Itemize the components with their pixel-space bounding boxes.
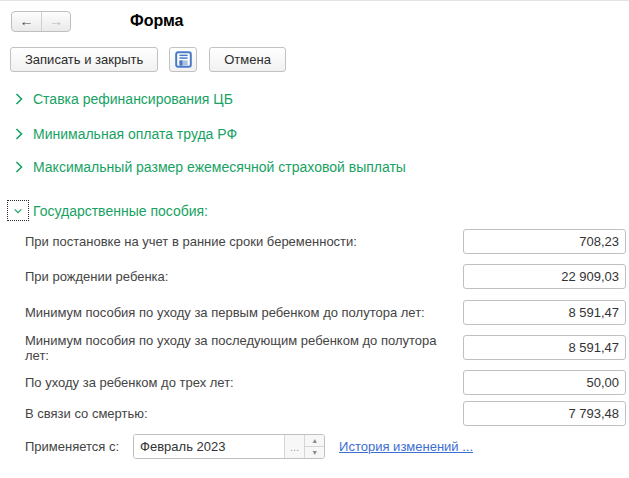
nav-history-group: ← → [11, 11, 71, 32]
amount-input-next-child-care[interactable] [463, 335, 626, 360]
amount-input-child-birth[interactable] [463, 264, 626, 289]
chevron-right-icon [15, 128, 23, 140]
focus-outline [7, 200, 29, 221]
titlebar: ← → Форма [0, 1, 629, 32]
date-spinner: ▲ ▼ [304, 435, 324, 458]
benefit-row-child-under-three: По уходу за ребенком до трех лет: [25, 370, 626, 395]
section-refinancing-rate[interactable]: Ставка рефинансирования ЦБ [15, 90, 629, 108]
benefit-row-early-pregnancy: При постановке на учет в ранние сроки бе… [25, 229, 626, 254]
cancel-button[interactable]: Отмена [209, 47, 286, 72]
field-label: При рождении ребенка: [25, 269, 174, 284]
benefits-form: При постановке на учет в ранние сроки бе… [0, 229, 629, 426]
chevron-down-icon [14, 207, 22, 215]
section-label: Минимальная оплата труда РФ [33, 125, 237, 143]
amount-input-early-pregnancy[interactable] [463, 229, 626, 254]
floppy-disk-icon [175, 51, 192, 68]
field-label: Минимум пособия по уходу за первым ребен… [25, 305, 431, 320]
field-label: В связи со смертью: [25, 406, 154, 421]
forward-arrow-icon: → [49, 13, 63, 29]
apply-from-date-input[interactable] [134, 435, 284, 458]
benefit-row-first-child-care: Минимум пособия по уходу за первым ребен… [25, 300, 626, 325]
save-button[interactable] [169, 47, 197, 72]
sections-list: Ставка рефинансирования ЦБ Минимальная о… [15, 90, 629, 221]
toolbar: Записать и закрыть Отмена [10, 47, 629, 72]
section-max-insurance-payment[interactable]: Максимальный размер ежемесячной страхово… [15, 158, 629, 176]
spin-down-icon[interactable]: ▼ [305, 446, 324, 458]
chevron-right-icon [15, 161, 23, 173]
section-label: Ставка рефинансирования ЦБ [33, 90, 233, 108]
section-label: Государственные пособия: [33, 202, 208, 220]
amount-input-first-child-care[interactable] [463, 300, 626, 325]
date-picker-ellipsis-button[interactable]: ... [284, 435, 304, 458]
history-of-changes-link[interactable]: История изменений ... [339, 439, 473, 454]
section-label: Максимальный размер ежемесячной страхово… [33, 158, 406, 176]
page-title: Форма [130, 12, 184, 30]
apply-from-row: Применяется с: ... ▲ ▼ История изменений… [25, 434, 629, 459]
forward-button[interactable]: → [41, 12, 70, 31]
save-and-close-button[interactable]: Записать и закрыть [10, 47, 158, 72]
benefit-row-next-child-care: Минимум пособия по уходу за последующим … [25, 335, 626, 360]
amount-input-child-under-three[interactable] [463, 370, 626, 395]
section-minimum-wage[interactable]: Минимальная оплата труда РФ [15, 125, 629, 143]
field-label: При постановке на учет в ранние сроки бе… [25, 234, 363, 249]
back-arrow-icon: ← [20, 13, 34, 29]
section-state-benefits[interactable]: Государственные пособия: [15, 200, 629, 221]
benefit-row-death: В связи со смертью: [25, 401, 626, 426]
amount-input-death[interactable] [463, 401, 626, 426]
field-label: По уходу за ребенком до трех лет: [25, 375, 240, 390]
field-label: Минимум пособия по уходу за последующим … [25, 333, 463, 363]
apply-from-label: Применяется с: [25, 439, 125, 454]
form-window: ← → Форма Записать и закрыть Отмена [0, 0, 629, 478]
spin-up-icon[interactable]: ▲ [305, 435, 324, 446]
chevron-right-icon [15, 93, 23, 105]
apply-from-date-control: ... ▲ ▼ [133, 434, 325, 459]
back-button[interactable]: ← [12, 12, 41, 31]
benefit-row-child-birth: При рождении ребенка: [25, 264, 626, 289]
